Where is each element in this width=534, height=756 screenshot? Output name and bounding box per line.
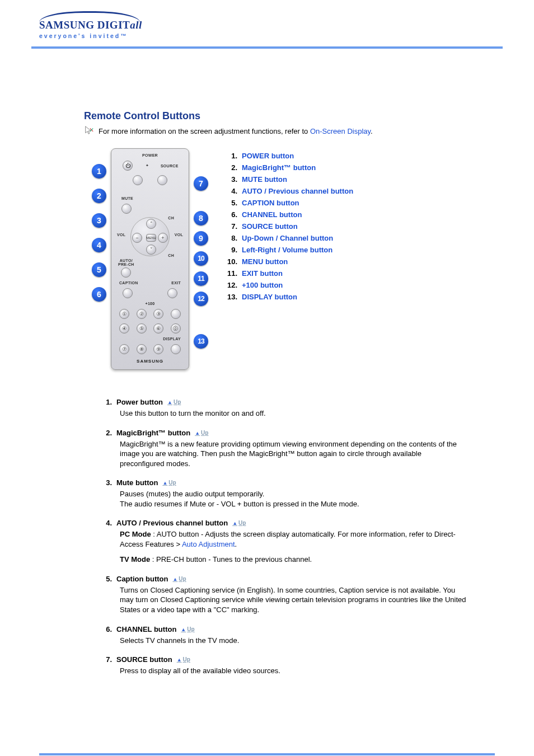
list-item: 12.+100 button — [226, 281, 353, 289]
ch-down-button: ˅ — [146, 245, 156, 255]
digit-5: ⑤ — [137, 323, 147, 334]
desc-heading: AUTO / Previous channel button — [116, 519, 228, 527]
desc-body: Selects TV channels in the TV mode. — [120, 636, 467, 646]
list-item: 4.AUTO / Previous channel button — [226, 187, 353, 195]
page-title: Remote Control Buttons — [84, 110, 467, 122]
mute-label: MUTE — [121, 196, 184, 200]
updown-link[interactable]: Up-Down / Channel button — [242, 234, 333, 242]
callout-badge-13: 13 — [194, 334, 208, 349]
exit-label: EXIT — [171, 281, 181, 285]
main-content: Remote Control Buttons For more informat… — [84, 110, 467, 676]
footer-divider — [39, 753, 495, 755]
ch-up-button: ˄ — [146, 219, 156, 229]
desc-heading: CHANNEL button — [116, 625, 176, 633]
list-item: 5.CAPTION button — [226, 199, 353, 207]
desc-heading: Power button — [116, 398, 163, 406]
figure-row: 1 2 3 4 5 6 POWER ⏻ ✦ SOURCE — [90, 148, 467, 370]
desc-heading: Mute button — [116, 478, 158, 487]
exit-link[interactable]: EXIT button — [242, 269, 283, 278]
vol-up-button: + — [158, 233, 168, 243]
logo-main-a: SAMSUNG DIGIT — [39, 19, 130, 31]
desc-2: 2. MagicBright™ button ▲Up MagicBright™ … — [104, 429, 467, 469]
desc-body: PC Mode : AUTO button - Adjusts the scre… — [120, 529, 467, 565]
ch-label-u: CH — [168, 216, 174, 220]
auto-label: AUTO/PRE-CH — [118, 259, 134, 266]
channel-link[interactable]: CHANNEL button — [242, 210, 302, 219]
menu-link[interactable]: MENU button — [242, 257, 288, 266]
mute-button — [121, 204, 132, 214]
mute-link[interactable]: MUTE button — [242, 175, 287, 184]
left-callouts: 1 2 3 4 5 6 — [90, 148, 106, 370]
desc-num: 6. — [104, 625, 112, 633]
desc-heading: SOURCE button — [116, 655, 172, 664]
up-link[interactable]: ▲Up — [232, 520, 246, 526]
up-link[interactable]: ▲Up — [177, 656, 190, 663]
up-triangle-icon: ▲ — [195, 430, 200, 436]
up-triangle-icon: ▲ — [177, 657, 182, 663]
callout-badge-10: 10 — [194, 251, 208, 266]
tv-mode-label: TV Mode — [120, 555, 150, 564]
up-link[interactable]: ▲Up — [172, 576, 186, 582]
up-link[interactable]: ▲Up — [162, 480, 176, 486]
callout-badge-2: 2 — [92, 189, 106, 203]
desc-body: Press to display all of the available vi… — [120, 666, 467, 676]
list-item: 11.EXIT button — [226, 269, 353, 278]
remote-figure: 1 2 3 4 5 6 POWER ⏻ ✦ SOURCE — [90, 148, 210, 370]
callout-badge-4: 4 — [92, 238, 106, 252]
list-item: 8.Up-Down / Channel button — [226, 234, 353, 242]
remote-illustration: POWER ⏻ ✦ SOURCE MUTE V — [111, 148, 189, 370]
desc-body: MagicBright™ is a new feature providing … — [120, 439, 467, 469]
ch-label-d: CH — [168, 253, 174, 257]
plus100-button — [171, 309, 181, 319]
auto-link[interactable]: AUTO / Previous channel button — [242, 187, 353, 195]
source-button — [157, 175, 167, 185]
exit-button — [167, 288, 177, 298]
source-link[interactable]: SOURCE button — [242, 222, 298, 231]
display-link[interactable]: DISPLAY button — [242, 293, 297, 301]
up-triangle-icon: ▲ — [232, 520, 237, 526]
caption-button — [123, 288, 133, 298]
source-label: SOURCE — [161, 164, 179, 168]
brand-logo: SAMSUNG DIGITall everyone's invited™ — [39, 11, 142, 39]
dpad: ˄ ˅ − + MENU — [130, 217, 170, 256]
intro-prefix: For more information on the screen adjus… — [99, 127, 310, 135]
digit-9: ⑨ — [153, 344, 163, 354]
list-item: 3.MUTE button — [226, 175, 353, 184]
up-link[interactable]: ▲Up — [195, 430, 208, 436]
desc-body: Use this button to turn the monitor on a… — [120, 408, 467, 419]
list-item: 1.POWER button — [226, 152, 353, 160]
caption-label: CAPTION — [119, 281, 138, 285]
logo-main-b: all — [130, 19, 142, 31]
auto-adjustment-link[interactable]: Auto Adjustment — [182, 540, 235, 548]
menu-button: MENU — [146, 234, 156, 242]
pc-mode-label: PC Mode — [120, 530, 151, 538]
caption-link[interactable]: CAPTION button — [242, 199, 299, 207]
list-item: 13.DISPLAY button — [226, 293, 353, 301]
up-link[interactable]: ▲Up — [167, 399, 181, 405]
vol-label-l: VOL — [117, 233, 125, 237]
button-link-list: 1.POWER button 2.MagicBright™ button 3.M… — [226, 148, 353, 304]
leftright-link[interactable]: Left-Right / Volume button — [242, 246, 332, 254]
power-label: POWER — [116, 153, 184, 157]
desc-num: 7. — [104, 655, 112, 664]
desc-1: 1. Power button ▲Up Use this button to t… — [104, 398, 467, 419]
plus100-link[interactable]: +100 button — [242, 281, 283, 289]
digit-3: ③ — [153, 309, 163, 319]
power-link[interactable]: POWER button — [242, 152, 294, 160]
on-screen-display-link[interactable]: On-Screen Display — [310, 127, 371, 135]
intro-row: For more information on the screen adjus… — [84, 125, 467, 137]
page-header: SAMSUNG DIGITall everyone's invited™ — [0, 0, 534, 40]
callout-badge-5: 5 — [92, 262, 106, 277]
desc-num: 1. — [104, 398, 112, 406]
callout-badge-9: 9 — [194, 231, 208, 246]
vol-down-button: − — [132, 233, 142, 243]
magicbright-link[interactable]: MagicBright™ button — [242, 163, 316, 172]
callout-badge-3: 3 — [92, 213, 106, 228]
up-link[interactable]: ▲Up — [181, 626, 194, 632]
cursor-icon — [84, 125, 94, 137]
list-item: 6.CHANNEL button — [226, 210, 353, 219]
list-item: 7.SOURCE button — [226, 222, 353, 231]
digit-7: ⑦ — [119, 344, 129, 354]
desc-heading: Caption button — [116, 575, 168, 583]
callout-badge-12: 12 — [194, 292, 208, 306]
